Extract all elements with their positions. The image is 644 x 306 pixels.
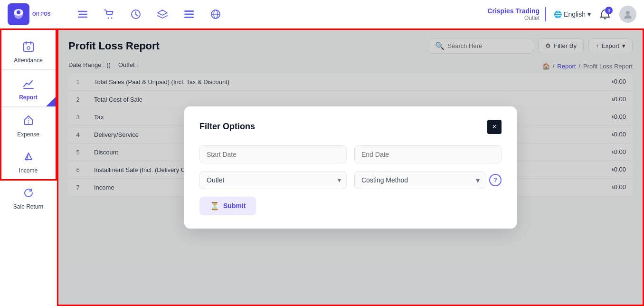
filter-modal: Filter Options × Outlet — [184, 106, 517, 229]
nav-layers-icon[interactable] — [154, 6, 171, 23]
notification-badge: 0 — [605, 7, 613, 14]
svg-point-14 — [626, 11, 630, 15]
costing-help-icon[interactable]: ? — [489, 174, 502, 186]
modal-close-button[interactable]: × — [487, 120, 502, 134]
submit-button[interactable]: ⏳ Submit — [199, 197, 256, 215]
sidebar-item-report-label: Report — [19, 94, 38, 101]
notification-button[interactable]: 0 — [597, 6, 614, 23]
svg-rect-9 — [184, 13, 194, 15]
end-date-input[interactable] — [354, 145, 502, 163]
lang-chevron-icon: ▾ — [587, 10, 591, 18]
navbar: Off POS Crispies Trading Outlet 🌐 Englis… — [0, 0, 644, 29]
translate-icon: 🌐 — [554, 10, 562, 18]
nav-globe-icon[interactable] — [207, 6, 224, 23]
logo-text: Off POS — [32, 11, 50, 17]
costing-method-field: Costing Method ▾ ? — [354, 171, 502, 189]
sidebar-item-sale-return[interactable]: Sale Return — [0, 180, 57, 216]
avatar[interactable] — [619, 6, 636, 23]
svg-rect-8 — [184, 10, 194, 12]
nav-clock-icon[interactable] — [127, 6, 144, 23]
sale-return-icon — [21, 185, 36, 201]
modal-filter-row: Outlet Costing Method ▾ ? — [199, 171, 502, 189]
modal-date-row — [199, 145, 502, 163]
nav-cart-icon[interactable] — [101, 6, 118, 23]
language-label: English — [564, 10, 586, 18]
nav-icons — [65, 6, 487, 23]
sidebar-item-attendance-label: Attendance — [14, 57, 43, 64]
nav-right: Crispies Trading Outlet 🌐 English ▾ 0 — [487, 6, 636, 23]
outlet-field: Outlet — [199, 171, 347, 189]
company-name: Crispies Trading — [487, 7, 540, 15]
income-icon — [21, 149, 36, 164]
logo-area: Off POS — [8, 3, 65, 25]
start-date-input[interactable] — [199, 145, 347, 163]
company-info: Crispies Trading Outlet — [487, 7, 546, 21]
svg-point-6 — [111, 17, 113, 19]
sidebar-item-expense-label: Expense — [17, 131, 39, 138]
sidebar-item-attendance[interactable]: Attendance — [0, 33, 57, 69]
end-date-field — [354, 145, 502, 163]
modal-overlay[interactable]: Filter Options × Outlet — [57, 29, 644, 306]
sidebar-item-income-label: Income — [19, 167, 38, 174]
language-button[interactable]: 🌐 English ▾ — [554, 10, 591, 18]
sidebar-item-report[interactable]: Report — [0, 69, 57, 107]
sidebar: Attendance Report Expense Income Sale Re — [0, 29, 57, 306]
sidebar-item-income[interactable]: Income — [0, 143, 57, 180]
question-icon: ? — [493, 176, 497, 183]
start-date-field — [199, 145, 347, 163]
report-icon — [21, 76, 36, 91]
company-sub: Outlet — [487, 15, 540, 21]
modal-header: Filter Options × — [199, 120, 502, 134]
expense-icon — [21, 113, 36, 128]
svg-rect-10 — [184, 17, 194, 18]
attendance-icon — [21, 39, 36, 54]
modal-title: Filter Options — [199, 122, 255, 132]
submit-label: Submit — [223, 202, 246, 210]
outlet-select[interactable]: Outlet — [199, 171, 347, 189]
svg-point-18 — [27, 47, 30, 49]
svg-point-5 — [108, 17, 109, 19]
svg-point-1 — [17, 10, 20, 14]
modal-actions: ⏳ Submit — [199, 197, 502, 215]
nav-list-icon[interactable] — [180, 6, 198, 23]
costing-wrapper: Costing Method ▾ ? — [354, 171, 502, 189]
sidebar-item-expense[interactable]: Expense — [0, 107, 57, 143]
sidebar-item-sale-return-label: Sale Return — [13, 203, 43, 210]
submit-icon: ⏳ — [210, 201, 219, 210]
logo-icon — [8, 3, 29, 25]
costing-method-select[interactable]: Costing Method — [354, 171, 485, 189]
svg-rect-15 — [24, 43, 33, 51]
nav-menu-icon[interactable] — [74, 6, 91, 23]
